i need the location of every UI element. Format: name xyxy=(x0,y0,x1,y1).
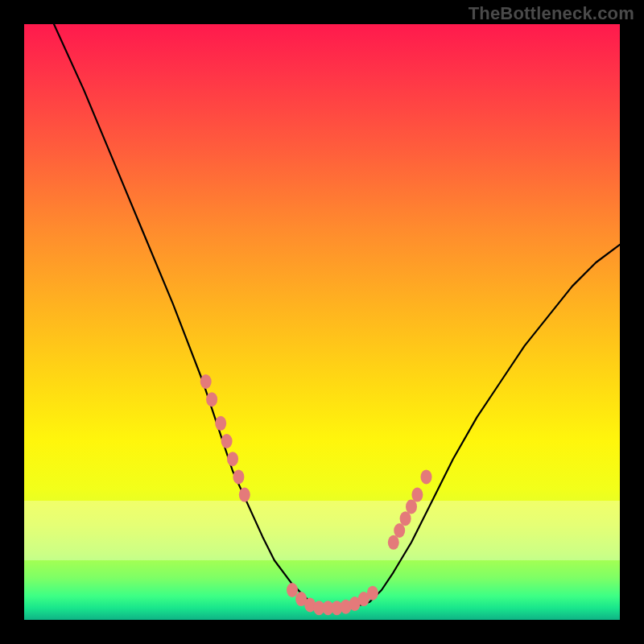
watermark-text: TheBottleneck.com xyxy=(469,3,634,24)
curve-svg xyxy=(24,24,620,620)
marker-dot xyxy=(400,511,411,526)
marker-dot xyxy=(227,452,238,466)
marker-dot xyxy=(411,488,423,502)
marker-dot xyxy=(239,488,250,502)
marker-dot xyxy=(221,434,233,448)
marker-dot xyxy=(200,374,212,389)
marker-dot xyxy=(388,535,399,550)
marker-dot xyxy=(367,586,378,601)
marker-dot xyxy=(421,469,432,484)
chart-frame: TheBottleneck.com xyxy=(0,0,644,644)
marker-dot xyxy=(394,523,405,538)
marker-dot xyxy=(233,469,244,484)
marker-group xyxy=(200,374,432,615)
marker-dot xyxy=(215,416,226,431)
marker-dot xyxy=(406,499,417,514)
plot-area xyxy=(24,24,620,620)
marker-dot xyxy=(287,583,298,597)
marker-dot xyxy=(206,392,217,407)
bottleneck-curve xyxy=(24,24,620,608)
